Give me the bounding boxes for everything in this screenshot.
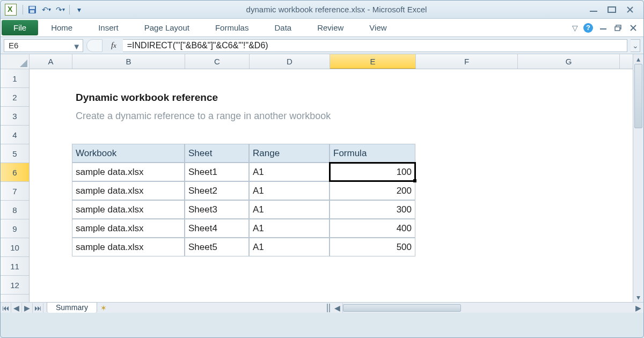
tab-home[interactable]: Home bbox=[38, 19, 85, 36]
cell-C5[interactable]: Sheet bbox=[185, 144, 249, 163]
save-button[interactable] bbox=[26, 3, 39, 16]
sheet-tab-summary[interactable]: Summary bbox=[47, 302, 97, 313]
sheet-nav-last[interactable]: ⏭ bbox=[33, 303, 43, 313]
fx-icon[interactable]: fx bbox=[106, 41, 120, 50]
cell-D5[interactable]: Range bbox=[249, 144, 330, 163]
cell-D7[interactable]: A1 bbox=[249, 181, 330, 200]
separator bbox=[69, 5, 70, 14]
tab-view[interactable]: View bbox=[356, 19, 399, 36]
cell-D6[interactable]: A1 bbox=[249, 163, 330, 181]
formula-text: =INDIRECT("'["&B6&"]"&C6&"'!"&D6) bbox=[127, 41, 268, 50]
tab-data[interactable]: Data bbox=[261, 19, 304, 36]
cell-B7[interactable]: sample data.xlsx bbox=[72, 181, 185, 200]
scroll-left-button[interactable]: ◀ bbox=[332, 303, 343, 313]
tab-split-handle[interactable] bbox=[327, 304, 330, 312]
help-icon[interactable]: ? bbox=[583, 23, 593, 33]
minimize-button[interactable] bbox=[588, 5, 599, 14]
tab-formulas[interactable]: Formulas bbox=[202, 19, 262, 36]
cell-D8[interactable]: A1 bbox=[249, 200, 330, 219]
row-header-5[interactable]: 5 bbox=[1, 144, 29, 163]
column-header-B[interactable]: B bbox=[72, 54, 185, 69]
tab-page-layout[interactable]: Page Layout bbox=[131, 19, 202, 36]
name-box-dropdown-icon[interactable]: ▼ bbox=[72, 42, 80, 51]
vscroll-track[interactable] bbox=[634, 64, 642, 292]
vertical-scrollbar[interactable]: ▴ ▾ bbox=[633, 54, 643, 302]
hscroll-track[interactable] bbox=[343, 304, 622, 312]
expand-formula-bar-button[interactable]: ⌄ bbox=[631, 39, 640, 52]
cell-C7[interactable]: Sheet2 bbox=[185, 181, 249, 200]
doc-minimize-button[interactable] bbox=[598, 24, 608, 32]
quick-access-toolbar: ↶▾ ↷▾ ▾ bbox=[5, 3, 85, 16]
function-wizard-button[interactable] bbox=[86, 39, 103, 52]
row-header-4[interactable]: 4 bbox=[1, 126, 29, 144]
select-all-button[interactable] bbox=[1, 54, 30, 69]
svg-rect-4 bbox=[608, 7, 616, 12]
row-header-2[interactable]: 2 bbox=[1, 88, 29, 107]
row-header-3[interactable]: 3 bbox=[1, 107, 29, 126]
cell-B5[interactable]: Workbook bbox=[72, 144, 185, 163]
scroll-right-button[interactable]: ▶ bbox=[633, 303, 643, 313]
file-tab[interactable]: File bbox=[2, 20, 38, 35]
cell-E6[interactable]: 100 bbox=[330, 163, 415, 181]
customize-qat-button[interactable]: ▾ bbox=[72, 3, 85, 16]
row-headers: 123456789101112 bbox=[1, 69, 30, 302]
row-header-6[interactable]: 6 bbox=[1, 163, 29, 182]
cell-E5[interactable]: Formula bbox=[330, 144, 415, 163]
row-header-9[interactable]: 9 bbox=[1, 219, 29, 238]
tab-review[interactable]: Review bbox=[304, 19, 356, 36]
cell-B6[interactable]: sample data.xlsx bbox=[72, 163, 185, 181]
cell-E9[interactable]: 400 bbox=[330, 219, 415, 238]
scroll-down-button[interactable]: ▾ bbox=[633, 292, 643, 302]
hscroll-thumb[interactable] bbox=[343, 304, 461, 312]
cell-B3[interactable]: Create a dynamic reference to a range in… bbox=[72, 107, 416, 126]
maximize-button[interactable] bbox=[606, 5, 618, 14]
row-header-7[interactable]: 7 bbox=[1, 182, 29, 201]
cell-B2[interactable]: Dynamic workbook reference bbox=[72, 88, 416, 107]
vscroll-thumb[interactable] bbox=[634, 64, 642, 128]
undo-button[interactable]: ↶▾ bbox=[40, 3, 53, 16]
row-header-11[interactable]: 11 bbox=[1, 257, 29, 276]
window-controls bbox=[588, 5, 639, 14]
row-header-1[interactable]: 1 bbox=[1, 69, 29, 88]
column-header-F[interactable]: F bbox=[416, 54, 518, 69]
sheet-nav-first[interactable]: ⏮ bbox=[1, 303, 11, 313]
doc-close-button[interactable] bbox=[628, 24, 638, 32]
sheet-tab-bar: ⏮ ◀ ▶ ⏭ Summary ✶ ◀ ▶ bbox=[1, 302, 643, 313]
column-header-E[interactable]: E bbox=[330, 54, 416, 69]
sheet-nav-prev[interactable]: ◀ bbox=[11, 303, 22, 313]
name-box-value: E6 bbox=[9, 41, 18, 50]
cell-D9[interactable]: A1 bbox=[249, 219, 330, 238]
cell-D10[interactable]: A1 bbox=[249, 238, 330, 256]
cell-C10[interactable]: Sheet5 bbox=[185, 238, 249, 256]
scroll-up-button[interactable]: ▴ bbox=[633, 54, 643, 64]
row-header-8[interactable]: 8 bbox=[1, 201, 29, 219]
formula-input[interactable]: =INDIRECT("'["&B6&"]"&C6&"'!"&D6) bbox=[123, 39, 627, 52]
cell-C9[interactable]: Sheet4 bbox=[185, 219, 249, 238]
cell-B8[interactable]: sample data.xlsx bbox=[72, 200, 185, 219]
cell-C6[interactable]: Sheet1 bbox=[185, 163, 249, 181]
column-header-C[interactable]: C bbox=[185, 54, 250, 69]
cell-E7[interactable]: 200 bbox=[330, 181, 415, 200]
row-header-10[interactable]: 10 bbox=[1, 238, 29, 257]
new-sheet-button[interactable]: ✶ bbox=[100, 304, 107, 312]
close-button[interactable] bbox=[624, 5, 636, 14]
ribbon-minimize-icon[interactable]: ▽ bbox=[572, 24, 578, 32]
cell-E10[interactable]: 500 bbox=[330, 238, 415, 256]
name-box[interactable]: E6 ▼ bbox=[4, 39, 83, 52]
cell-B9[interactable]: sample data.xlsx bbox=[72, 219, 185, 238]
separator bbox=[23, 5, 23, 14]
cell-B10[interactable]: sample data.xlsx bbox=[72, 238, 185, 256]
cell-C8[interactable]: Sheet3 bbox=[185, 200, 249, 219]
column-header-G[interactable]: G bbox=[518, 54, 620, 69]
column-header-A[interactable]: A bbox=[30, 54, 72, 69]
tab-insert[interactable]: Insert bbox=[85, 19, 131, 36]
doc-restore-button[interactable] bbox=[613, 24, 623, 32]
cells-area[interactable]: Dynamic workbook referenceCreate a dynam… bbox=[30, 69, 633, 302]
sheet-nav-next[interactable]: ▶ bbox=[22, 303, 33, 313]
column-header-D[interactable]: D bbox=[250, 54, 330, 69]
cell-E8[interactable]: 300 bbox=[330, 200, 415, 219]
worksheet-grid[interactable]: ABCDEFG 123456789101112 Dynamic workbook… bbox=[1, 54, 643, 313]
redo-button[interactable]: ↷▾ bbox=[54, 3, 67, 16]
svg-rect-2 bbox=[30, 10, 34, 13]
row-header-12[interactable]: 12 bbox=[1, 276, 29, 295]
